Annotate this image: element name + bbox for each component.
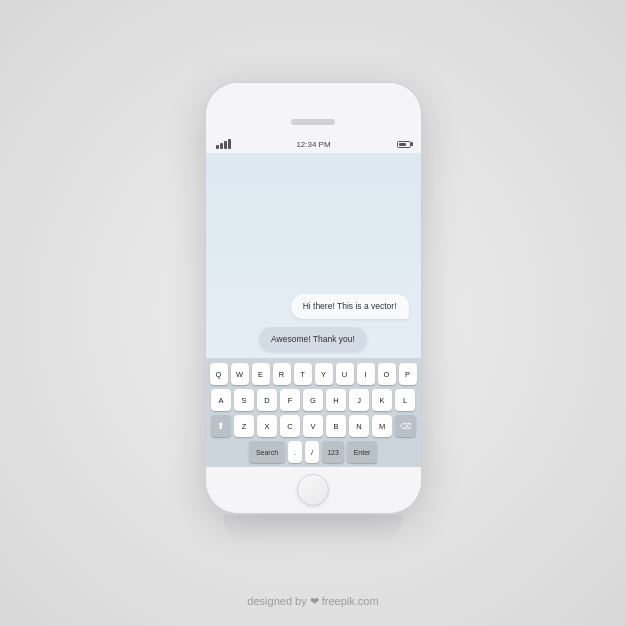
- key-o[interactable]: O: [378, 363, 396, 385]
- key-w[interactable]: W: [231, 363, 249, 385]
- key-e[interactable]: E: [252, 363, 270, 385]
- key-d[interactable]: D: [257, 389, 277, 411]
- key-j[interactable]: J: [349, 389, 369, 411]
- phone-reflection: [223, 515, 403, 543]
- key-search[interactable]: Search: [249, 441, 285, 463]
- signal-indicator: [216, 139, 231, 149]
- key-g[interactable]: G: [303, 389, 323, 411]
- battery-indicator: [397, 141, 411, 148]
- phone-top-bar: [206, 83, 421, 135]
- keyboard-row-2: A S D F G H J K L: [211, 389, 416, 411]
- key-123[interactable]: 123: [322, 441, 344, 463]
- signal-bar-3: [224, 141, 227, 149]
- speaker: [291, 119, 335, 125]
- key-y[interactable]: Y: [315, 363, 333, 385]
- bottom-bar: [206, 467, 421, 513]
- key-z[interactable]: Z: [234, 415, 254, 437]
- key-n[interactable]: N: [349, 415, 369, 437]
- keyboard-row-1: Q W E R T Y U I O P: [211, 363, 416, 385]
- key-enter[interactable]: Enter: [347, 441, 377, 463]
- signal-bar-1: [216, 145, 219, 149]
- key-c[interactable]: C: [280, 415, 300, 437]
- key-i[interactable]: I: [357, 363, 375, 385]
- key-b[interactable]: B: [326, 415, 346, 437]
- key-shift[interactable]: ⬆: [211, 415, 232, 437]
- key-backspace[interactable]: ⌫: [395, 415, 416, 437]
- home-button[interactable]: [297, 474, 329, 506]
- key-u[interactable]: U: [336, 363, 354, 385]
- key-period[interactable]: .: [288, 441, 302, 463]
- screen: Hi there! This is a vector! Awesome! Tha…: [206, 153, 421, 467]
- signal-bar-4: [228, 139, 231, 149]
- key-x[interactable]: X: [257, 415, 277, 437]
- key-a[interactable]: A: [211, 389, 231, 411]
- phone: 12:34 PM Hi there! This is a vector! Awe…: [206, 83, 421, 513]
- phone-wrapper: 12:34 PM Hi there! This is a vector! Awe…: [206, 83, 421, 543]
- keyboard-row-4: Search . / 123 Enter: [211, 441, 416, 463]
- battery-fill: [399, 143, 406, 146]
- keyboard: Q W E R T Y U I O P A S D F G: [206, 358, 421, 467]
- key-v[interactable]: V: [303, 415, 323, 437]
- key-m[interactable]: M: [372, 415, 392, 437]
- key-p[interactable]: P: [399, 363, 417, 385]
- messages-area: Hi there! This is a vector! Awesome! Tha…: [206, 153, 421, 358]
- message-received: Awesome! Thank you!: [259, 327, 367, 352]
- key-l[interactable]: L: [395, 389, 415, 411]
- key-r[interactable]: R: [273, 363, 291, 385]
- key-s[interactable]: S: [234, 389, 254, 411]
- key-h[interactable]: H: [326, 389, 346, 411]
- message-sent: Hi there! This is a vector!: [291, 294, 409, 319]
- status-bar: 12:34 PM: [206, 135, 421, 153]
- watermark: designed by ❤ freepik.com: [247, 595, 378, 608]
- keyboard-row-3: ⬆ Z X C V B N M ⌫: [211, 415, 416, 437]
- key-f[interactable]: F: [280, 389, 300, 411]
- battery-icon: [397, 141, 411, 148]
- key-slash[interactable]: /: [305, 441, 319, 463]
- key-t[interactable]: T: [294, 363, 312, 385]
- key-q[interactable]: Q: [210, 363, 228, 385]
- status-time: 12:34 PM: [296, 140, 330, 149]
- signal-bar-2: [220, 143, 223, 149]
- key-k[interactable]: K: [372, 389, 392, 411]
